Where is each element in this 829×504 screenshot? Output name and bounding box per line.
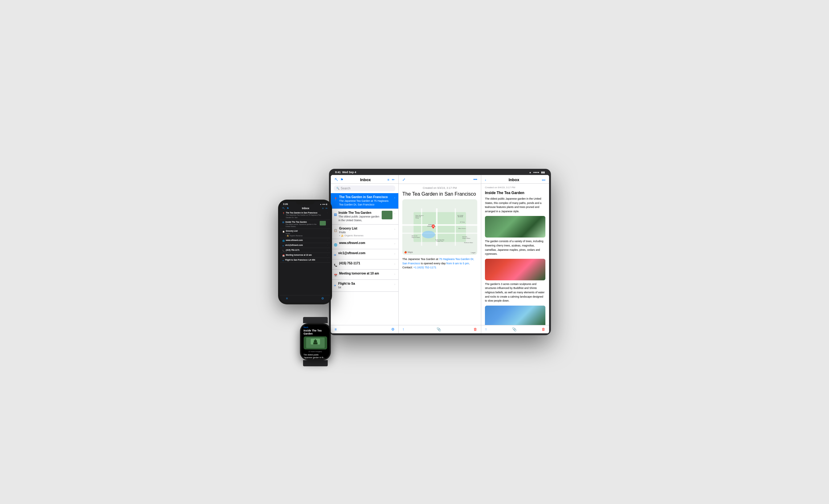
filter-icon[interactable]: ⚑ bbox=[340, 178, 344, 182]
chevron-icon: › bbox=[327, 221, 328, 223]
list-item[interactable]: ✉ vic1@sftravel.com › bbox=[331, 249, 398, 259]
share-icon[interactable]: ↑ bbox=[485, 327, 487, 332]
list-item[interactable]: 📍 The Tea Garden in San Francisco The Ja… bbox=[280, 211, 330, 220]
delete-icon[interactable]: 🗑 bbox=[473, 327, 477, 332]
list-item[interactable]: ✈ Flight to Sa 54 › bbox=[331, 280, 398, 292]
middle-description: The Japanese Tea Garden at 75 Hagiwara T… bbox=[402, 257, 477, 270]
delete-icon[interactable]: 🗑 bbox=[542, 327, 545, 332]
svg-text:Temple of Music: Temple of Music bbox=[462, 238, 470, 239]
right-image-inner-1 bbox=[485, 216, 545, 237]
filter-icon[interactable]: ⚑ bbox=[287, 207, 289, 210]
item-thumbnail bbox=[320, 221, 326, 226]
chevron-icon: › bbox=[327, 254, 328, 256]
expand-icon[interactable]: ⤢ bbox=[402, 178, 405, 182]
hours-link[interactable]: from 9 am to 5 pm bbox=[446, 262, 469, 265]
attachment-icon[interactable]: 📎 bbox=[512, 327, 517, 332]
apple-watch: Back Inside The Tea Garden (2 more image bbox=[297, 317, 334, 362]
list-item[interactable]: 📞 (415) 752-1171 › bbox=[280, 248, 330, 253]
list-item[interactable]: 📞 (415) 752-1171 › bbox=[331, 259, 398, 270]
settings-icon[interactable]: ⚙ bbox=[321, 297, 324, 300]
item-content: vic1@sftravel.com bbox=[285, 244, 326, 246]
sort-icon[interactable]: ≡ bbox=[388, 178, 389, 182]
list-item[interactable]: ✈ Flight to San Francisco: LH 454 › bbox=[280, 258, 330, 263]
back-icon[interactable]: ‹ bbox=[485, 178, 486, 182]
item-content: (415) 752-1171 bbox=[339, 261, 392, 266]
list-view-icon[interactable]: ≡ bbox=[334, 327, 337, 332]
item-subtitle: The Japanese Tea Garden at 75 Hagiwara T… bbox=[339, 199, 392, 207]
folder-icon[interactable]: ⛏ bbox=[282, 207, 285, 210]
watch-back-label[interactable]: Back bbox=[301, 324, 330, 329]
settings-icon[interactable]: ⚙ bbox=[391, 327, 395, 332]
item-title: (415) 752-1171 bbox=[286, 249, 326, 251]
attachment-icon[interactable]: 📎 bbox=[437, 327, 441, 332]
iphone-list: 📍 The Tea Garden in San Francisco The Ja… bbox=[280, 211, 330, 295]
chevron-icon: › bbox=[394, 263, 395, 266]
svg-text:Young: Young bbox=[416, 218, 419, 219]
chevron-icon: › bbox=[394, 228, 395, 231]
folder-icon[interactable]: ⛏ bbox=[334, 178, 338, 182]
list-item[interactable]: 🌐 www.sftravel.com › bbox=[331, 239, 398, 249]
list-item[interactable]: 🌐 www.sftravel.com › bbox=[280, 238, 330, 243]
list-item[interactable]: ✉ vic1@sftravel.com › bbox=[280, 243, 330, 248]
phone-icon: 📞 bbox=[282, 249, 285, 252]
list-item[interactable]: 📅 Meeting tomorrow at 10 am › bbox=[331, 270, 398, 280]
list-view-icon[interactable]: ≡ bbox=[286, 297, 288, 300]
search-icon: 🔍 bbox=[336, 187, 339, 190]
item-content: Meeting tomorrow at 10 am bbox=[286, 254, 326, 256]
item-subtitle: Fruits bbox=[286, 233, 326, 235]
iphone-notch bbox=[296, 200, 315, 204]
iphone-status-icons: ▲ ●●● ▮ bbox=[320, 203, 327, 205]
watch-body: Back Inside The Tea Garden (2 more image bbox=[300, 323, 331, 360]
item-content: Grocery List Fruits • 🍌 Organic Bananas bbox=[286, 230, 326, 237]
svg-text:Music Concou...: Music Concou... bbox=[459, 228, 466, 229]
svg-text:Osher Sculpture: Osher Sculpture bbox=[416, 215, 424, 216]
item-title: The Tea Garden in San Francisco bbox=[339, 195, 392, 199]
ipad-left-nav-left: ⛏ ⚑ bbox=[334, 178, 344, 182]
item-sub2: • 🍌 Organic Bananas bbox=[286, 235, 326, 237]
compose-icon[interactable]: ✏ bbox=[326, 207, 328, 210]
right-body-2: The garden consists of a variety of tree… bbox=[485, 239, 545, 256]
item-sub2: • 🍌 Organic Bananas bbox=[339, 234, 392, 237]
list-item[interactable]: 🖼 Inside The Tea Garden The oldest publi… bbox=[331, 209, 398, 225]
more-icon[interactable]: ••• bbox=[473, 178, 477, 182]
icon-wrap: ✉ bbox=[334, 252, 336, 257]
compose-icon[interactable]: ✏ bbox=[392, 178, 395, 182]
ipad-left-nav-right: ≡ ✏ bbox=[388, 178, 395, 182]
item-content: Inside The Tea Garden The oldest public … bbox=[286, 221, 319, 228]
svg-text:Dogs & Pretzels: Dogs & Pretzels bbox=[411, 237, 420, 238]
list-item[interactable]: 📅 Meeting tomorrow at 10 am › bbox=[280, 253, 330, 258]
ipad-right-nav: ‹ Inbox ••• bbox=[481, 175, 549, 184]
chevron-icon: › bbox=[394, 242, 395, 245]
sort-icon[interactable]: ≡ bbox=[322, 207, 324, 210]
item-title: www.sftravel.com bbox=[286, 239, 326, 241]
svg-text:Segway Tours: Segway Tours bbox=[436, 241, 443, 242]
share-icon[interactable]: ↑ bbox=[402, 327, 404, 332]
ipad-left-title: Inbox bbox=[360, 178, 371, 182]
phone-link[interactable]: +1 (415) 752-1171 bbox=[413, 266, 436, 269]
more-icon[interactable]: ••• bbox=[542, 178, 545, 182]
ipad-left-list: 📍 The Tea Garden in San Francisco The Ja… bbox=[331, 193, 398, 325]
ipad-left-nav: ⛏ ⚑ Inbox ≡ ✏ bbox=[331, 175, 398, 184]
map-attribution: 🍎 Maps bbox=[404, 251, 413, 254]
item-content: Meeting tomorrow at 10 am bbox=[339, 271, 392, 276]
chevron-icon: › bbox=[394, 273, 395, 276]
flight-icon: ✈ bbox=[282, 259, 284, 262]
right-meta: Created on 9/4/19, 3:17 PM bbox=[485, 186, 545, 189]
list-item[interactable]: 📍 The Tea Garden in San Francisco The Ja… bbox=[331, 193, 398, 209]
item-content: www.sftravel.com bbox=[339, 241, 392, 245]
ipad-middle-bottom-bar: ↑ 📎 🗑 bbox=[399, 325, 481, 333]
scene: 3:26 ▲ ●●● ▮ ⛏ ⚑ Inbox ≡ ✏ bbox=[208, 126, 622, 378]
right-image-1 bbox=[485, 216, 545, 237]
watch-img-caption: (2 more images) bbox=[301, 351, 330, 353]
ipad-search-bar[interactable]: 🔍 Search bbox=[334, 186, 395, 191]
ipad-time: 9:41 Wed Sep 4 bbox=[335, 171, 356, 174]
right-image-inner-2 bbox=[485, 259, 545, 280]
list-item[interactable]: 📋 Grocery List Fruits • 🍌 Organic Banana… bbox=[331, 225, 398, 239]
list-item[interactable]: 🖼 Inside The Tea Garden The oldest publi… bbox=[280, 220, 330, 229]
item-title: Meeting tomorrow at 10 am bbox=[339, 271, 392, 276]
iphone-bottom-bar: ≡ ⚙ bbox=[280, 295, 330, 303]
list-item[interactable]: 📋 Grocery List Fruits • 🍌 Organic Banana… bbox=[280, 229, 330, 238]
flight-icon: ✈ bbox=[334, 284, 336, 287]
chevron-icon: › bbox=[394, 283, 395, 286]
svg-text:de Young: de Young bbox=[460, 222, 465, 223]
